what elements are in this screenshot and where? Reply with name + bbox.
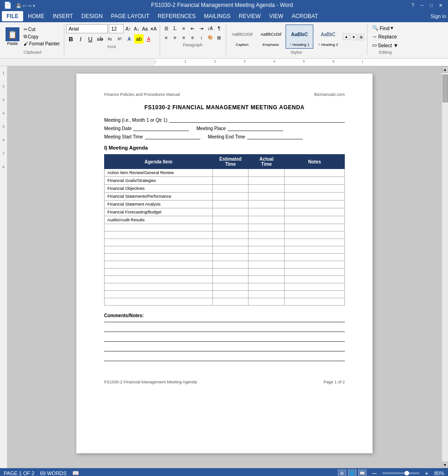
meeting-label: Meeting (i.e., Month 1 or Qtr 1)	[104, 118, 168, 123]
minimize-button[interactable]: ─	[418, 1, 426, 9]
paragraph-label: Paragraph	[162, 43, 223, 47]
comment-line-2	[104, 332, 345, 332]
align-left-button[interactable]: ≡	[162, 33, 170, 42]
table-cell-12-0	[105, 261, 213, 269]
cut-icon: ✂	[24, 27, 27, 32]
italic-button[interactable]: I	[76, 34, 85, 44]
table-cell-10-0	[105, 246, 213, 254]
font-grow-button[interactable]: A↑	[124, 25, 132, 32]
meeting-start-field: Meeting Start Time	[104, 134, 200, 139]
help-button[interactable]: ?	[409, 1, 417, 9]
font-size-input[interactable]	[109, 24, 124, 33]
cut-button[interactable]: ✂ Cut	[22, 26, 61, 32]
subscript-button[interactable]: X₂	[105, 34, 114, 44]
find-button[interactable]: 🔍 Find ▾	[369, 24, 401, 32]
bold-button[interactable]: B	[66, 34, 75, 44]
page-layout-menu[interactable]: PAGE LAYOUT	[107, 12, 153, 20]
style-emphasis[interactable]: AaBbCcDd Emphasis	[257, 25, 285, 49]
table-cell-3-1	[212, 193, 249, 200]
replace-button[interactable]: ↔ Replace	[369, 33, 401, 40]
borders-button[interactable]: ⊞	[215, 33, 223, 42]
title-bar-controls: ? ─ □ ✕	[409, 1, 444, 9]
read-mode-button[interactable]: 📖	[358, 470, 367, 476]
align-right-button[interactable]: ≡	[180, 33, 188, 42]
table-cell-10-2	[249, 246, 285, 254]
web-layout-button[interactable]: 🌐	[348, 470, 356, 476]
zoom-slider[interactable]	[382, 472, 419, 474]
table-row	[105, 276, 345, 283]
styles-label: Styles	[228, 50, 364, 55]
close-button[interactable]: ✕	[437, 1, 444, 9]
show-marks-button[interactable]: ¶	[215, 24, 223, 32]
table-cell-14-1	[212, 276, 249, 283]
mailings-menu[interactable]: MAILINGS	[200, 12, 234, 20]
proofing-icon[interactable]: 📖	[72, 470, 79, 476]
view-menu[interactable]: VIEW	[265, 12, 287, 20]
bullets-button[interactable]: ☰	[162, 24, 170, 32]
scroll-down-button[interactable]: ▼	[442, 462, 448, 468]
line-spacing-button[interactable]: ↕	[197, 33, 205, 42]
styles-expand[interactable]: ⊞	[358, 34, 364, 40]
zoom-thumb[interactable]	[404, 471, 409, 476]
review-menu[interactable]: REVIEW	[235, 12, 264, 20]
replace-icon: ↔	[372, 34, 377, 39]
zoom-minus-button[interactable]: ─	[370, 470, 379, 476]
file-menu[interactable]: FILE	[2, 11, 23, 21]
decrease-indent-button[interactable]: ⇤	[188, 24, 197, 32]
align-center-button[interactable]: ≡	[171, 33, 179, 42]
change-case-button[interactable]: Aa	[141, 25, 149, 32]
font-shrink-button[interactable]: A↓	[133, 25, 140, 32]
superscript-button[interactable]: X²	[115, 34, 124, 44]
print-layout-button[interactable]: ⊞	[338, 470, 346, 476]
text-effects-button[interactable]: A	[124, 34, 134, 44]
multilevel-list-button[interactable]: ≡	[180, 24, 188, 32]
font-name-input[interactable]	[66, 24, 108, 33]
scrollbar-thumb[interactable]	[442, 75, 448, 102]
page-title: FS1030-2 FINANCIAL MANAGEMENT MEETING AG…	[104, 104, 345, 111]
style-caption[interactable]: AaBbCcDd Caption	[228, 25, 256, 49]
home-menu[interactable]: HOME	[24, 12, 48, 20]
insert-menu[interactable]: INSERT	[49, 12, 77, 20]
format-painter-button[interactable]: 🖌 Format Painter	[22, 41, 61, 47]
clear-format-button[interactable]: ✕A	[149, 25, 157, 32]
table-cell-17-3	[285, 298, 345, 306]
justify-button[interactable]: ≡	[188, 33, 197, 42]
design-menu[interactable]: DESIGN	[78, 12, 106, 20]
styles-scroll-up[interactable]: ▲	[343, 33, 349, 40]
font-color-button[interactable]: A	[144, 34, 153, 44]
increase-indent-button[interactable]: ⇥	[197, 24, 205, 32]
copy-button[interactable]: ⧉ Copy	[22, 33, 61, 40]
sign-in-link[interactable]: Sign in	[430, 13, 446, 19]
table-row	[105, 283, 345, 291]
zoom-plus-button[interactable]: +	[423, 470, 430, 476]
zoom-level: 80%	[434, 470, 444, 476]
table-cell-13-1	[212, 269, 249, 276]
main-area: 1 2 3 4 5 6 7 8 Finance Policies and Pro…	[0, 66, 448, 468]
paste-button[interactable]: 📋 Paste	[4, 26, 21, 47]
maximize-button[interactable]: □	[428, 1, 435, 9]
references-menu[interactable]: REFERENCES	[154, 12, 199, 20]
menu-bar: FILE HOME INSERT DESIGN PAGE LAYOUT REFE…	[0, 10, 448, 22]
numbering-button[interactable]: 1.	[171, 24, 179, 32]
table-cell-7-1	[212, 224, 249, 232]
shading-button[interactable]: 🎨	[206, 33, 214, 42]
page-header-right: Bizmanualz.com	[314, 92, 345, 97]
highlight-button[interactable]: ab	[134, 34, 143, 44]
table-cell-5-3	[285, 208, 345, 216]
acrobat-menu[interactable]: ACROBAT	[288, 12, 322, 20]
style-heading1[interactable]: AaBbC ↑ Heading 1	[286, 25, 313, 49]
meeting-date-line	[133, 125, 189, 131]
styles-scroll-down[interactable]: ▼	[350, 34, 357, 40]
style-heading2[interactable]: AaBbC ↑ Heading 2	[314, 25, 342, 49]
table-cell-4-2	[249, 200, 285, 208]
underline-button[interactable]: U	[86, 34, 95, 44]
select-button[interactable]: ▭ Select ▼	[369, 41, 401, 49]
table-cell-7-3	[285, 224, 345, 232]
document-area[interactable]: Finance Policies and Procedures Manual B…	[7, 66, 442, 468]
sort-button[interactable]: ↕A	[206, 24, 214, 32]
strikethrough-button[interactable]: ab̶	[95, 34, 105, 44]
scroll-up-button[interactable]: ▲	[442, 66, 448, 73]
title-bar-title: FS1030-2 Financial Management Meeting Ag…	[35, 2, 409, 8]
agenda-table: Agenda Item EstimatedTime ActualTime Not…	[104, 154, 345, 306]
table-row: Financial Goals/Strategies	[105, 177, 345, 185]
